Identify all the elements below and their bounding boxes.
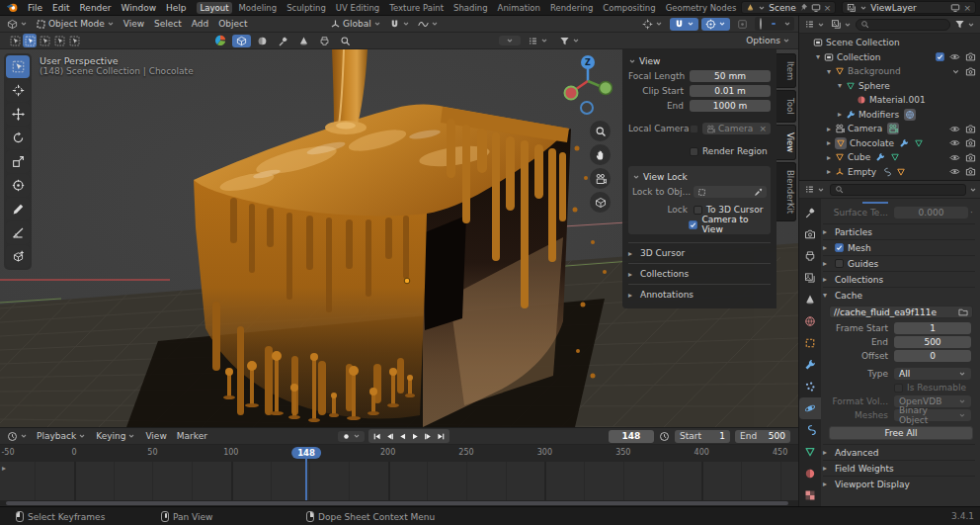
outliner-row-background[interactable]: ▾Background bbox=[799, 64, 980, 79]
select-mode-1[interactable] bbox=[23, 34, 37, 47]
play-button[interactable] bbox=[409, 430, 422, 442]
viewport-3d[interactable]: User Perspective (148) Scene Collection … bbox=[0, 49, 798, 427]
blenderkit-search[interactable] bbox=[336, 35, 355, 47]
outliner-row-cube[interactable]: ▸Cube bbox=[799, 150, 980, 165]
snap-target-dropdown[interactable] bbox=[385, 18, 414, 31]
tool-measure[interactable] bbox=[6, 221, 30, 244]
topbar-menu-file[interactable]: File bbox=[23, 2, 47, 14]
unlink-scene-icon[interactable]: × bbox=[824, 3, 832, 13]
outliner-search-input[interactable] bbox=[856, 19, 950, 31]
properties-tab-object[interactable] bbox=[799, 332, 821, 354]
view-layer-selector[interactable]: ViewLayer × bbox=[842, 1, 976, 14]
tool-move[interactable] bbox=[6, 103, 30, 126]
current-frame-field[interactable]: 148 bbox=[609, 430, 654, 443]
is-resumable-checkbox[interactable] bbox=[894, 384, 903, 393]
workspace-tab-animation[interactable]: Animation bbox=[494, 2, 544, 14]
prev-keyframe-button[interactable] bbox=[383, 430, 396, 442]
jump-to-start-button[interactable] bbox=[370, 430, 383, 442]
panel-collections[interactable]: ▸Collections bbox=[823, 271, 975, 287]
blenderkit-model-category[interactable] bbox=[232, 35, 251, 47]
local-camera-field[interactable]: Camera × bbox=[702, 123, 771, 134]
perspective-toggle-button[interactable] bbox=[590, 192, 611, 213]
viewport-menu-view[interactable]: View bbox=[119, 18, 149, 30]
tool-transform[interactable] bbox=[6, 174, 30, 197]
properties-tab-constraints[interactable] bbox=[799, 419, 821, 441]
properties-search-input[interactable] bbox=[830, 184, 966, 196]
hide-in-viewport-icon[interactable] bbox=[949, 137, 960, 148]
sidebar-tab-view[interactable]: View bbox=[776, 125, 796, 160]
properties-tab-render[interactable] bbox=[799, 223, 821, 245]
properties-tab-physics[interactable] bbox=[799, 397, 821, 419]
topbar-menu-window[interactable]: Window bbox=[117, 2, 162, 14]
dope-sheet-area[interactable]: ▸ bbox=[0, 462, 798, 500]
properties-tab-material[interactable] bbox=[799, 463, 821, 484]
blenderkit-brush-category[interactable] bbox=[274, 35, 292, 47]
shading-rendered-button[interactable] bbox=[777, 23, 781, 25]
clip-start-field[interactable]: 0.01 m bbox=[690, 85, 771, 97]
workspace-tab-modeling[interactable]: Modeling bbox=[234, 2, 281, 14]
workspace-tab-layout[interactable]: Layout bbox=[197, 2, 233, 14]
panel-viewport-display[interactable]: ▸Viewport Display bbox=[823, 476, 975, 491]
channel-expander-icon[interactable]: ▸ bbox=[2, 464, 6, 473]
workspace-tab-rendering[interactable]: Rendering bbox=[546, 2, 597, 14]
new-view-layer-icon[interactable] bbox=[950, 3, 960, 13]
workspace-tab-shading[interactable]: Shading bbox=[449, 2, 492, 14]
pan-button[interactable] bbox=[590, 144, 611, 165]
navigation-gizmo[interactable]: Z bbox=[563, 51, 612, 115]
properties-tab-view-layer[interactable] bbox=[799, 267, 821, 289]
disable-in-renders-icon[interactable] bbox=[965, 152, 976, 163]
outliner-display-mode[interactable] bbox=[802, 18, 827, 31]
shading-material-button[interactable] bbox=[772, 23, 776, 25]
remove-view-layer-icon[interactable]: × bbox=[963, 3, 971, 13]
pin-icon[interactable] bbox=[799, 3, 808, 12]
topbar-menu-render[interactable]: Render bbox=[75, 2, 117, 14]
blenderkit-logo[interactable] bbox=[210, 34, 230, 47]
meshes-dropdown[interactable]: Binary Object bbox=[894, 409, 971, 421]
render-region-checkbox[interactable] bbox=[690, 147, 698, 156]
timeline-editor-type[interactable] bbox=[3, 430, 32, 443]
free-all-button[interactable]: Free All bbox=[829, 426, 973, 440]
timeline-menu-view[interactable]: View bbox=[140, 430, 171, 442]
transform-orientation-dropdown[interactable]: Global bbox=[326, 18, 385, 31]
hide-in-viewport-icon[interactable] bbox=[949, 124, 960, 134]
frame-end-field[interactable]: End 500 bbox=[735, 430, 790, 443]
panel-3d-cursor[interactable]: ▸3D Cursor bbox=[628, 242, 771, 263]
topbar-menu-edit[interactable]: Edit bbox=[47, 2, 74, 14]
properties-tab-object-data[interactable] bbox=[799, 441, 821, 463]
lock-to-object-field[interactable] bbox=[694, 186, 767, 198]
disable-in-renders-icon[interactable] bbox=[965, 124, 976, 134]
tool-select-box[interactable] bbox=[6, 55, 30, 78]
view-panel-header[interactable]: View bbox=[628, 53, 771, 68]
camera-view-button[interactable] bbox=[590, 168, 611, 189]
select-mode-0[interactable] bbox=[8, 34, 22, 47]
guides-checkbox[interactable] bbox=[835, 259, 844, 268]
camera-to-view-checkbox[interactable] bbox=[689, 220, 697, 229]
sidebar-tab-blenderkit[interactable]: BlenderKit bbox=[776, 162, 796, 221]
topbar-menu-help[interactable]: Help bbox=[161, 2, 192, 14]
to-3d-cursor-checkbox[interactable] bbox=[694, 206, 702, 215]
properties-tab-texture[interactable] bbox=[799, 484, 821, 506]
clear-camera-icon[interactable]: × bbox=[759, 124, 767, 133]
properties-tab-world[interactable] bbox=[799, 310, 821, 332]
workspace-tab-texture-paint[interactable]: Texture Paint bbox=[385, 2, 448, 14]
panel-advanced[interactable]: ▸Advanced bbox=[823, 444, 975, 460]
blender-logo-icon[interactable] bbox=[6, 1, 19, 14]
snap-toggle[interactable] bbox=[670, 18, 698, 31]
mesh-checkbox[interactable] bbox=[835, 243, 844, 252]
disable-in-renders-icon[interactable] bbox=[965, 166, 976, 177]
tool-cursor[interactable] bbox=[6, 79, 30, 102]
panel-particles[interactable]: ▸Particles bbox=[823, 223, 975, 239]
zoom-button[interactable] bbox=[590, 121, 611, 141]
hide-in-viewport-icon[interactable] bbox=[949, 51, 960, 62]
blenderkit-scene-category[interactable] bbox=[294, 35, 313, 47]
timeline-menu-playback[interactable]: Playback bbox=[32, 430, 91, 442]
mode-selector[interactable]: Object Mode bbox=[32, 18, 119, 31]
frame-start-field[interactable]: 1 bbox=[894, 322, 971, 334]
new-scene-icon[interactable] bbox=[811, 3, 821, 13]
outliner-row-scene-collection[interactable]: Scene Collection bbox=[799, 36, 980, 50]
panel-cache[interactable]: ▾Cache bbox=[823, 287, 975, 303]
next-keyframe-button[interactable] bbox=[422, 430, 435, 442]
blenderkit-hdr-category[interactable] bbox=[315, 35, 334, 47]
panel-collections[interactable]: ▸Collections bbox=[628, 263, 771, 284]
viewport-menu-add[interactable]: Add bbox=[187, 18, 213, 30]
